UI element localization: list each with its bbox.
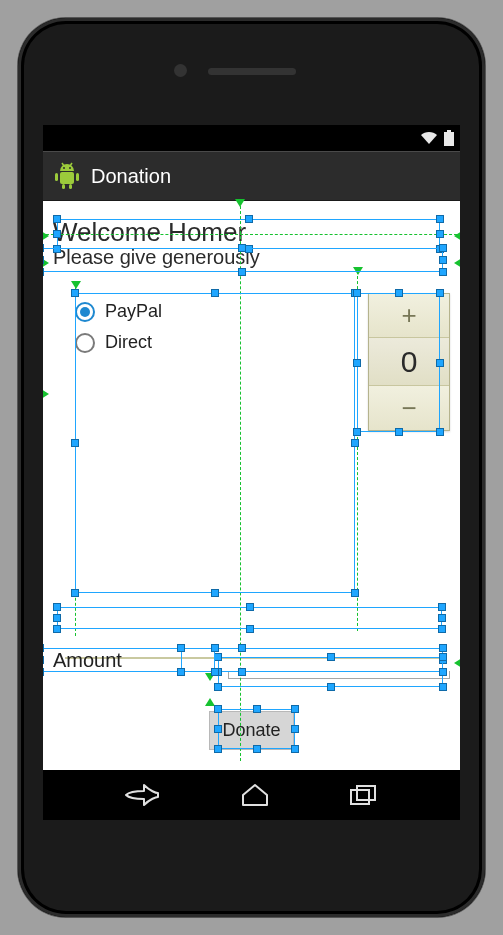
back-button[interactable] bbox=[124, 783, 160, 807]
device-frame: Donation Welcome Homer Please give gener… bbox=[18, 18, 485, 917]
svg-line-10 bbox=[70, 163, 72, 166]
radio-label: PayPal bbox=[105, 301, 162, 322]
svg-rect-4 bbox=[76, 173, 79, 181]
svg-point-7 bbox=[63, 167, 65, 169]
device-camera bbox=[174, 64, 187, 77]
wifi-icon bbox=[420, 131, 438, 145]
app-title: Donation bbox=[91, 165, 171, 188]
number-stepper: + 0 − bbox=[368, 293, 450, 431]
welcome-text: Welcome Homer bbox=[53, 201, 450, 245]
payment-radio-group: PayPal Direct bbox=[75, 301, 162, 363]
svg-rect-0 bbox=[444, 132, 454, 146]
svg-rect-3 bbox=[55, 173, 58, 181]
action-bar: Donation bbox=[43, 151, 460, 201]
radio-direct[interactable]: Direct bbox=[75, 332, 162, 353]
amount-input[interactable] bbox=[228, 677, 450, 679]
battery-icon bbox=[444, 130, 454, 146]
radio-dot-icon bbox=[75, 302, 95, 322]
svg-rect-11 bbox=[351, 790, 369, 804]
radio-paypal[interactable]: PayPal bbox=[75, 301, 162, 322]
device-speaker bbox=[208, 68, 296, 75]
status-bar bbox=[43, 125, 460, 151]
radio-dot-icon bbox=[75, 333, 95, 353]
stepper-value[interactable]: 0 bbox=[369, 338, 449, 386]
svg-rect-1 bbox=[447, 130, 451, 132]
nav-bar bbox=[43, 770, 460, 820]
amount-row: Amount bbox=[53, 649, 450, 672]
svg-rect-2 bbox=[60, 172, 74, 184]
donate-button[interactable]: Donate bbox=[209, 711, 293, 750]
svg-rect-12 bbox=[357, 786, 375, 800]
screen: Donation Welcome Homer Please give gener… bbox=[43, 125, 460, 820]
home-button[interactable] bbox=[241, 783, 269, 807]
stepper-plus-button[interactable]: + bbox=[369, 294, 449, 338]
content-area: Welcome Homer Please give generously Pay… bbox=[43, 201, 460, 770]
app-icon bbox=[53, 162, 81, 190]
subtitle-text: Please give generously bbox=[53, 245, 450, 269]
svg-rect-5 bbox=[62, 184, 65, 189]
svg-line-9 bbox=[62, 163, 64, 166]
stepper-minus-button[interactable]: − bbox=[369, 386, 449, 430]
svg-rect-6 bbox=[69, 184, 72, 189]
amount-label: Amount bbox=[53, 649, 122, 672]
radio-label: Direct bbox=[105, 332, 152, 353]
svg-point-8 bbox=[69, 167, 71, 169]
form-row: PayPal Direct + 0 − bbox=[53, 293, 450, 593]
recent-button[interactable] bbox=[349, 784, 379, 806]
